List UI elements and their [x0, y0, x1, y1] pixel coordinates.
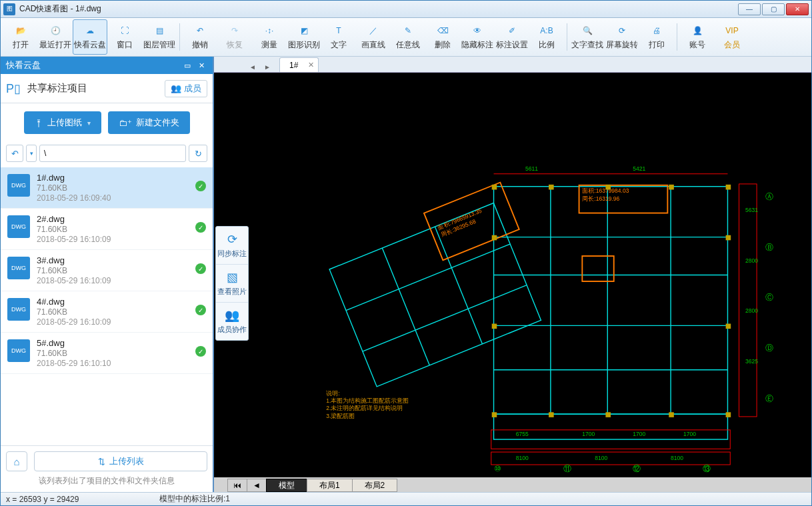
folder-plus-icon: 🗀⁺ — [119, 118, 132, 128]
toolbar-rotate[interactable]: ⟳屏幕旋转 — [605, 19, 639, 55]
synced-icon: ✓ — [195, 263, 206, 274]
toolbar-account[interactable]: 👤账号 — [680, 19, 715, 55]
file-row[interactable]: DWG5#.dwg71.60KB2018-05-29 16:10:10✓ — [1, 333, 213, 374]
file-tab[interactable]: 1# ✕ — [279, 57, 319, 72]
tab-close-icon[interactable]: ✕ — [308, 61, 314, 69]
open-icon: 📂 — [12, 23, 29, 38]
toolbar-measure[interactable]: ·↕·测量 — [252, 19, 287, 55]
members-button[interactable]: 👥 成员 — [165, 80, 207, 97]
svg-text:3625: 3625 — [745, 358, 758, 365]
svg-rect-20 — [582, 256, 613, 281]
svg-rect-60 — [605, 412, 611, 417]
svg-text:2.未注明的配筋详见结构说明: 2.未注明的配筋详见结构说明 — [326, 405, 403, 411]
toolbar-print[interactable]: 🖨打印 — [639, 19, 674, 55]
file-row[interactable]: DWG3#.dwg71.60KB2018-05-29 16:10:09✓ — [1, 250, 213, 291]
svg-rect-62 — [726, 412, 731, 417]
toolbar-line[interactable]: ／画直线 — [356, 19, 391, 55]
maximize-button[interactable]: ▢ — [762, 3, 785, 15]
dwg-icon: DWG — [7, 174, 30, 197]
toolbar-layers[interactable]: ▤图层管理 — [142, 19, 177, 55]
status-coords: x = 26593 y = 29429 — [6, 495, 159, 504]
toolbar-erase[interactable]: ⌫删除 — [425, 19, 460, 55]
svg-rect-57 — [726, 324, 731, 329]
undo-icon: ↶ — [191, 23, 209, 38]
file-row[interactable]: DWG2#.dwg71.60KB2018-05-29 16:10:09✓ — [1, 209, 213, 250]
account-icon: 👤 — [689, 23, 706, 38]
home-button[interactable]: ⌂ — [6, 451, 27, 471]
file-list: DWG1#.dwg71.60KB2018-05-29 16:09:40✓DWG2… — [1, 167, 213, 445]
collab-icon: 👥 — [225, 308, 239, 323]
panel-pin-icon[interactable]: ▭ — [181, 59, 193, 71]
svg-text:⑫: ⑫ — [633, 464, 641, 473]
toolbar-redo[interactable]: ↷恢复 — [217, 19, 252, 55]
vip-icon: VIP — [723, 23, 741, 38]
dwg-icon: DWG — [7, 339, 30, 362]
toolbar-recent[interactable]: 🕘最近打开 — [38, 19, 73, 55]
layout-nav-prev[interactable]: ◄ — [247, 479, 267, 492]
share-title: 共享标注项目 — [27, 82, 87, 95]
toolbar-vip[interactable]: VIP会员 — [715, 19, 749, 55]
back-button[interactable]: ↶ — [6, 145, 23, 162]
toolbar-shape[interactable]: ◩图形识别 — [287, 19, 321, 55]
toolbar-cloud[interactable]: ☁快看云盘 — [73, 19, 107, 55]
panel-close-icon[interactable]: ✕ — [195, 59, 207, 71]
svg-rect-56 — [492, 324, 497, 329]
upload-button[interactable]: ⭱ 上传图纸 ▾ — [24, 111, 101, 134]
svg-text:1700: 1700 — [683, 431, 696, 437]
toolbar-free[interactable]: ✎任意线 — [391, 19, 425, 55]
toolbar-scale[interactable]: A:B比例 — [529, 19, 564, 55]
new-folder-button[interactable]: 🗀⁺ 新建文件夹 — [108, 111, 190, 134]
share-header: P▯ 共享标注项目 👥 成员 — [1, 74, 213, 103]
toolbar-findtext[interactable]: 🔍文字查找 — [570, 19, 605, 55]
float-collab[interactable]: 👥成员协作 — [216, 303, 248, 340]
layout-tab-0[interactable]: 模型 — [266, 479, 307, 492]
float-photos[interactable]: ▧查看照片 — [216, 265, 248, 303]
hide-icon: 👁 — [469, 23, 486, 38]
toolbar-hide[interactable]: 👁隐藏标注 — [460, 19, 495, 55]
svg-text:8100: 8100 — [671, 455, 683, 461]
layout-tab-2[interactable]: 布局2 — [352, 479, 398, 492]
float-sync[interactable]: ⟳同步标注 — [216, 227, 248, 265]
main-toolbar: 📂打开🕘最近打开☁快看云盘⛶窗口▤图层管理↶撤销↷恢复·↕·测量◩图形识别T文字… — [1, 18, 811, 57]
svg-text:6755: 6755 — [516, 431, 529, 437]
toolbar-window[interactable]: ⛶窗口 — [107, 19, 142, 55]
svg-text:5631: 5631 — [745, 207, 758, 213]
photos-icon: ▧ — [227, 270, 238, 285]
upload-list-button[interactable]: ⇅ 上传列表 — [34, 451, 207, 471]
svg-text:8100: 8100 — [516, 455, 529, 461]
layout-nav-first[interactable]: ⏮ — [227, 479, 247, 492]
erase-icon: ⌫ — [434, 23, 451, 38]
layout-tab-1[interactable]: 布局1 — [307, 479, 353, 492]
toolbar-open[interactable]: 📂打开 — [3, 19, 38, 55]
svg-rect-9 — [329, 203, 541, 387]
file-row[interactable]: DWG4#.dwg71.60KB2018-05-29 16:10:09✓ — [1, 291, 213, 333]
svg-text:⑩: ⑩ — [494, 464, 501, 473]
tab-nav-right[interactable]: ► — [262, 61, 273, 72]
svg-rect-53 — [726, 185, 731, 190]
minimize-button[interactable]: — — [738, 3, 761, 15]
svg-line-13 — [435, 227, 482, 344]
svg-text:5421: 5421 — [633, 165, 645, 172]
measure-icon: ·↕· — [261, 23, 278, 38]
back-dropdown[interactable]: ▾ — [26, 145, 37, 162]
refresh-button[interactable]: ↻ — [189, 145, 207, 162]
svg-text:2800: 2800 — [745, 257, 758, 264]
svg-text:说明:: 说明: — [326, 390, 339, 397]
toolbar-markset[interactable]: ✐标注设置 — [495, 19, 529, 55]
upload-icon: ⭱ — [35, 118, 43, 128]
svg-text:2800: 2800 — [745, 307, 758, 314]
toolbar-text[interactable]: T文字 — [321, 19, 356, 55]
close-button[interactable]: ✕ — [786, 3, 809, 15]
redo-icon: ↷ — [226, 23, 243, 38]
layout-tabs: ⏮ ◄ 模型布局1布局2 — [214, 477, 811, 492]
file-row[interactable]: DWG1#.dwg71.60KB2018-05-29 16:09:40✓ — [1, 167, 213, 209]
drawing-viewport[interactable]: 面积:79665913.35 周长:36295.68 面积:16379984.0… — [214, 73, 811, 477]
toolbar-undo[interactable]: ↶撤销 — [183, 19, 217, 55]
chevron-down-icon: ▾ — [87, 119, 91, 127]
svg-rect-58 — [492, 412, 497, 417]
findtext-icon: 🔍 — [579, 23, 596, 38]
tab-nav-left[interactable]: ◄ — [247, 61, 258, 72]
path-input[interactable] — [39, 145, 186, 162]
file-tabstrip: ◄ ► 1# ✕ — [214, 57, 811, 73]
svg-rect-61 — [669, 412, 674, 417]
